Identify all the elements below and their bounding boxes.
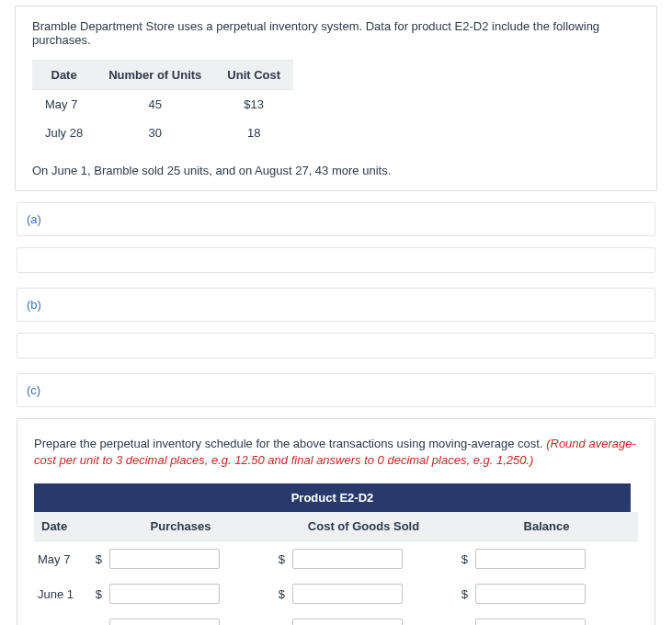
part-c-label[interactable]: (c) [27,383,40,397]
part-a-label[interactable]: (a) [27,212,41,226]
dollar-sign: $ [455,611,472,625]
table-row: July 28 30 18 [32,119,293,147]
sched-row: July 28 $ $ $ [34,611,638,625]
dollar-sign: $ [455,576,472,611]
dollar-sign: $ [89,541,106,577]
th-cost: Unit Cost [214,61,293,90]
intro-text: Bramble Department Store uses a perpetua… [32,19,640,47]
part-b-body [17,333,655,358]
sched-th-balance: Balance [455,512,638,541]
cogs-input[interactable] [292,619,403,625]
purchases-table: Date Number of Units Unit Cost May 7 45 … [32,60,293,147]
sched-date: May 7 [34,541,89,577]
dollar-sign: $ [272,576,289,611]
part-c-instructions: Prepare the perpetual inventory schedule… [34,436,638,469]
purchases-input[interactable] [109,549,220,569]
sales-text: On June 1, Bramble sold 25 units, and on… [32,164,640,177]
purchases-input[interactable] [109,619,220,625]
schedule-table: Date Purchases Cost of Goods Sold Balanc… [34,512,638,625]
dollar-sign: $ [272,611,289,625]
part-b-label[interactable]: (b) [27,298,41,312]
dollar-sign: $ [89,576,106,611]
sched-date: July 28 [34,611,89,625]
cell-units: 45 [96,90,214,119]
problem-card: Bramble Department Store uses a perpetua… [15,6,657,191]
part-c-header: (c) [17,373,655,407]
th-date: Date [32,61,96,90]
sched-th-date: Date [34,512,89,541]
balance-input[interactable] [475,619,586,625]
schedule-wrap: Product E2-D2 Date Purchases Cost of Goo… [34,483,638,625]
dollar-sign: $ [455,541,472,577]
cogs-input[interactable] [292,549,403,569]
purchases-input[interactable] [109,584,220,604]
dollar-sign: $ [272,541,289,577]
part-a-header: (a) [17,202,655,236]
cogs-input[interactable] [292,584,403,604]
cell-cost: 18 [214,119,293,147]
part-a-body [17,247,655,273]
instruction-main: Prepare the perpetual inventory schedule… [34,437,546,450]
part-c-card: Prepare the perpetual inventory schedule… [17,418,655,625]
part-b-header: (b) [17,288,655,322]
balance-input[interactable] [475,549,586,569]
sched-row: May 7 $ $ $ [34,541,638,577]
cell-units: 30 [96,119,214,147]
dollar-sign: $ [89,611,106,625]
th-units: Number of Units [96,61,214,90]
sched-row: June 1 $ $ $ [34,576,638,611]
cell-cost: $13 [214,90,293,119]
table-row: May 7 45 $13 [32,90,293,119]
sched-date: June 1 [34,576,89,611]
cell-date: July 28 [32,119,96,147]
product-title: Product E2-D2 [34,483,631,512]
sched-th-cogs: Cost of Goods Sold [272,512,455,541]
balance-input[interactable] [475,584,586,604]
cell-date: May 7 [32,90,96,119]
sched-th-purchases: Purchases [89,512,272,541]
